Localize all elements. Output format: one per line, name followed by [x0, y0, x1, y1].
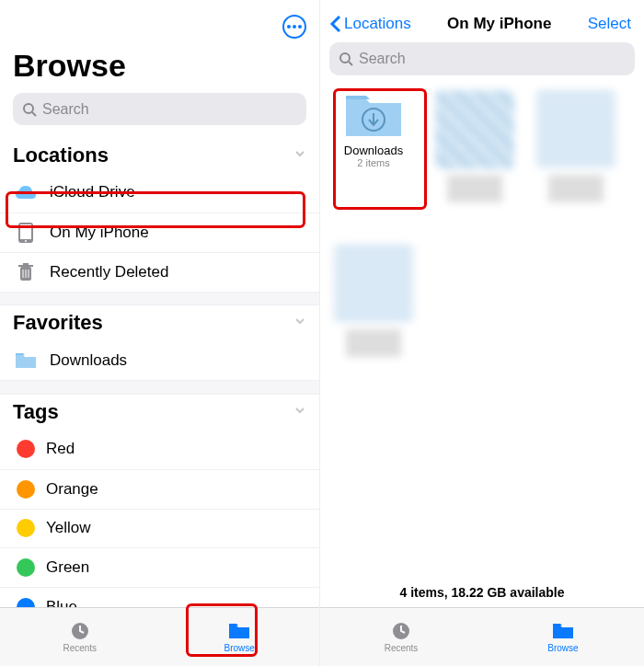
locations-header[interactable]: Locations — [0, 138, 319, 173]
browse-pane: Browse Search Locations iCloud Drive On … — [0, 0, 320, 666]
pixelated-thumbnail — [334, 245, 413, 324]
phone-icon — [13, 223, 39, 243]
svg-point-4 — [25, 240, 27, 242]
grid-item[interactable] — [326, 239, 421, 362]
svg-rect-6 — [18, 265, 33, 267]
trash-icon — [13, 262, 39, 282]
tag-yellow[interactable]: Yellow — [0, 509, 319, 548]
tab-recents[interactable]: Recents — [320, 608, 482, 666]
cloud-icon — [13, 182, 39, 202]
location-icloud-drive[interactable]: iCloud Drive — [0, 173, 319, 212]
tag-orange[interactable]: Orange — [0, 469, 319, 509]
pixelated-thumbnail — [435, 90, 514, 169]
chevron-down-icon — [293, 315, 306, 331]
folder-title: On My iPhone — [447, 15, 551, 33]
clock-icon — [389, 621, 413, 641]
tab-browse[interactable]: Browse — [160, 608, 320, 666]
search-field-right[interactable]: Search — [329, 42, 635, 75]
chevron-down-icon — [293, 404, 306, 420]
more-icon[interactable] — [282, 15, 306, 39]
clock-icon — [68, 621, 92, 641]
tab-bar-left: Recents Browse — [0, 607, 319, 666]
tags-header[interactable]: Tags — [0, 395, 319, 430]
back-button[interactable]: Locations — [329, 15, 411, 33]
svg-line-13 — [349, 62, 352, 65]
folder-icon — [551, 621, 575, 641]
storage-status: 4 items, 18.22 GB available — [320, 585, 644, 600]
chevron-left-icon — [329, 15, 342, 33]
location-recently-deleted[interactable]: Recently Deleted — [0, 252, 319, 292]
select-button[interactable]: Select — [588, 15, 631, 33]
search-icon — [339, 52, 353, 66]
grid-item[interactable] — [427, 85, 523, 208]
svg-rect-7 — [23, 263, 29, 265]
search-placeholder: Search — [359, 51, 406, 67]
grid-item[interactable] — [528, 85, 624, 208]
tab-recents[interactable]: Recents — [0, 608, 160, 666]
favorites-header[interactable]: Favorites — [0, 305, 319, 340]
folder-downloads[interactable]: Downloads 2 items — [326, 85, 421, 208]
folder-name: Downloads — [344, 144, 403, 157]
tag-dot-icon — [17, 480, 35, 499]
svg-point-12 — [340, 53, 350, 63]
downloads-folder-icon — [342, 90, 405, 140]
tag-dot-icon — [17, 519, 35, 537]
tag-dot-icon — [17, 440, 35, 458]
location-on-my-iphone[interactable]: On My iPhone — [0, 212, 319, 252]
tag-red[interactable]: Red — [0, 430, 319, 469]
svg-point-0 — [24, 104, 33, 113]
tab-browse[interactable]: Browse — [482, 608, 644, 666]
search-placeholder: Search — [42, 101, 89, 118]
folder-icon — [13, 350, 39, 371]
chevron-down-icon — [293, 147, 306, 164]
tab-bar-right: Recents Browse — [320, 607, 644, 666]
search-field[interactable]: Search — [13, 93, 306, 125]
svg-line-1 — [32, 112, 36, 116]
folder-subtitle: 2 items — [357, 157, 389, 168]
folder-icon — [227, 621, 251, 641]
page-title: Browse — [0, 44, 319, 93]
favorite-downloads[interactable]: Downloads — [0, 340, 319, 380]
search-icon — [22, 102, 37, 117]
tag-dot-icon — [17, 558, 35, 577]
tag-green[interactable]: Green — [0, 547, 319, 587]
pixelated-thumbnail — [536, 90, 615, 169]
folder-contents-pane: Locations On My iPhone Select Search — [320, 0, 644, 666]
svg-rect-3 — [20, 224, 31, 239]
